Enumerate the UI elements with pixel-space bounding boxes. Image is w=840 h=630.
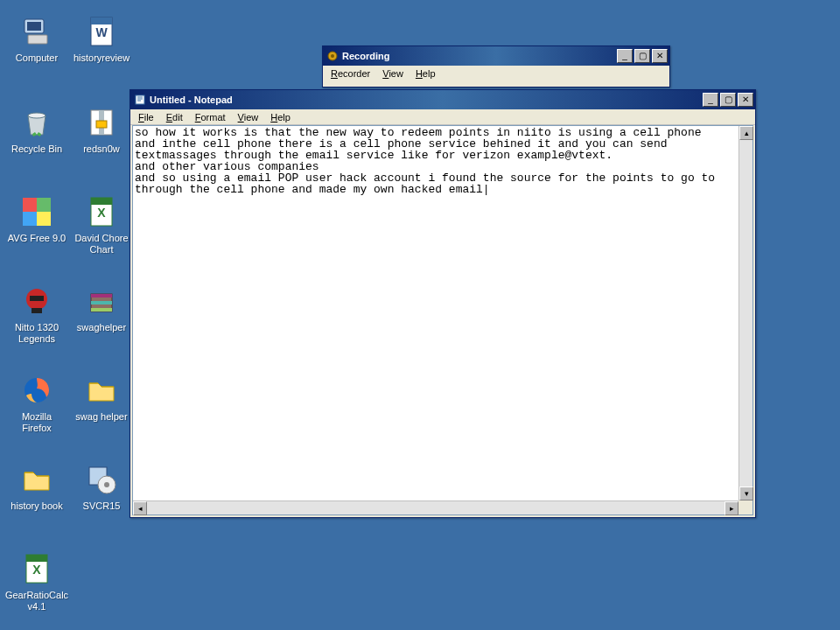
desktop-icon-recycle-bin[interactable]: Recycle Bin	[7, 105, 66, 155]
archive-icon	[84, 105, 119, 140]
notepad-window[interactable]: Untitled - Notepad _ ▢ ✕ FileEditFormatV…	[130, 89, 756, 518]
desktop-icon-label: Computer	[16, 52, 58, 64]
notepad-menu-help[interactable]: Help	[264, 111, 297, 123]
scroll-right-button[interactable]: ▸	[724, 501, 738, 515]
desktop-icon-label: SVCR15	[83, 500, 121, 512]
svg-rect-1	[27, 22, 41, 31]
desktop-icon-nitto-1320-legends[interactable]: Nitto 1320 Legends	[7, 284, 66, 345]
desktop-icon-label: Mozilla Firefox	[7, 411, 66, 434]
recording-titlebar[interactable]: Recording _ ▢ ✕	[323, 46, 669, 66]
notepad-menu-file[interactable]: File	[132, 111, 160, 123]
svg-text:X: X	[32, 563, 41, 577]
recording-menu-view[interactable]: View	[376, 67, 410, 80]
svg-text:X: X	[97, 206, 106, 220]
vertical-scrollbar[interactable]: ▴ ▾	[738, 126, 752, 500]
desktop-icon-label: Recycle Bin	[11, 144, 62, 155]
desktop-icon-label: David Chore Chart	[72, 233, 131, 256]
notepad-maximize-button[interactable]: ▢	[720, 93, 736, 107]
scroll-up-button[interactable]: ▴	[739, 126, 753, 140]
folder-icon	[19, 462, 54, 497]
notepad-titlebar[interactable]: Untitled - Notepad _ ▢ ✕	[130, 90, 755, 109]
desktop-icon-label: AVG Free 9.0	[8, 233, 66, 244]
desktop-icon-label: swag helper	[75, 411, 127, 423]
desktop-icon-label: GearRatioCalc v4.1	[5, 590, 68, 612]
svg-text:W: W	[95, 25, 108, 39]
recording-menu-recorder[interactable]: Recorder	[325, 67, 376, 80]
recording-menubar: RecorderViewHelp	[323, 66, 669, 81]
svg-rect-21	[91, 294, 112, 298]
desktop-icon-svcr15[interactable]: SVCR15	[72, 462, 131, 512]
svg-rect-19	[32, 308, 42, 313]
desktop-icon-swaghelper[interactable]: swaghelper	[72, 284, 131, 333]
notepad-menu-view[interactable]: View	[232, 111, 265, 123]
desktop[interactable]: ComputerWhistoryreviewRecycle Binredsn0w…	[0, 0, 840, 630]
notepad-content-area: so how it works is that the new way to r…	[132, 125, 753, 515]
desktop-icon-label: Nitto 1320 Legends	[7, 322, 66, 345]
word-icon: W	[84, 14, 119, 49]
desktop-icon-david-chore-chart[interactable]: XDavid Chore Chart	[72, 194, 131, 256]
computer-icon	[19, 14, 54, 49]
scroll-down-button[interactable]: ▾	[739, 486, 753, 500]
recording-menu-help[interactable]: Help	[410, 67, 442, 80]
desktop-icon-historyreview[interactable]: Whistoryreview	[72, 14, 131, 64]
svg-rect-22	[91, 301, 112, 304]
svg-rect-4	[91, 18, 112, 24]
desktop-icon-computer[interactable]: Computer	[7, 14, 66, 64]
horizontal-scrollbar[interactable]: ◂ ▸	[133, 500, 738, 514]
excel-icon: X	[84, 194, 119, 229]
svg-rect-23	[91, 308, 112, 312]
svg-rect-9	[96, 121, 107, 128]
scroll-left-button[interactable]: ◂	[133, 501, 147, 515]
desktop-icon-label: swaghelper	[77, 322, 126, 333]
recording-close-button[interactable]: ✕	[652, 49, 668, 63]
firefox-icon	[19, 373, 54, 408]
recording-window[interactable]: Recording _ ▢ ✕ RecorderViewHelp	[322, 46, 670, 88]
desktop-icon-label: redsn0w	[83, 144, 120, 155]
notepad-menu-edit[interactable]: Edit	[160, 111, 189, 123]
svg-rect-13	[37, 212, 51, 226]
svg-point-6	[28, 113, 46, 118]
svg-point-27	[104, 482, 109, 487]
svg-rect-2	[28, 35, 47, 44]
recording-maximize-button[interactable]: ▢	[634, 49, 650, 63]
nitto-icon	[19, 284, 54, 318]
svg-rect-18	[30, 296, 44, 301]
desktop-icon-gearratiocalc-v4-1[interactable]: XGearRatioCalc v4.1	[7, 551, 66, 612]
svg-rect-10	[23, 198, 37, 212]
recording-app-icon	[326, 50, 339, 62]
svg-rect-15	[91, 198, 112, 205]
desktop-icon-swag-helper[interactable]: swag helper	[72, 373, 131, 423]
desktop-icon-avg-free-9-0[interactable]: AVG Free 9.0	[7, 194, 66, 244]
notepad-close-button[interactable]: ✕	[738, 93, 753, 107]
desktop-icon-history-book[interactable]: history book	[7, 462, 66, 512]
folder-icon	[84, 373, 119, 408]
notepad-minimize-button[interactable]: _	[703, 93, 718, 107]
excel-icon: X	[19, 551, 54, 586]
avg-icon	[19, 194, 54, 229]
desktop-icon-label: historyreview	[74, 52, 130, 64]
svg-rect-12	[23, 212, 37, 226]
winrar-icon	[84, 284, 119, 318]
notepad-textarea[interactable]: so how it works is that the new way to r…	[133, 126, 752, 514]
desktop-icon-label: history book	[10, 500, 62, 512]
desktop-icon-redsn0w[interactable]: redsn0w	[72, 105, 131, 155]
svg-rect-11	[37, 198, 51, 212]
svg-rect-29	[26, 555, 47, 562]
notepad-title: Untitled - Notepad	[150, 94, 703, 105]
notepad-menubar: FileEditFormatViewHelp	[130, 109, 755, 125]
installer-icon	[84, 462, 119, 497]
notepad-app-icon	[134, 94, 146, 106]
notepad-menu-format[interactable]: Format	[189, 111, 232, 123]
recycle-icon	[19, 105, 54, 140]
desktop-icon-mozilla-firefox[interactable]: Mozilla Firefox	[7, 373, 66, 434]
scroll-corner	[738, 500, 752, 514]
recording-title: Recording	[342, 51, 617, 61]
svg-point-32	[331, 54, 334, 58]
recording-minimize-button[interactable]: _	[617, 49, 633, 63]
